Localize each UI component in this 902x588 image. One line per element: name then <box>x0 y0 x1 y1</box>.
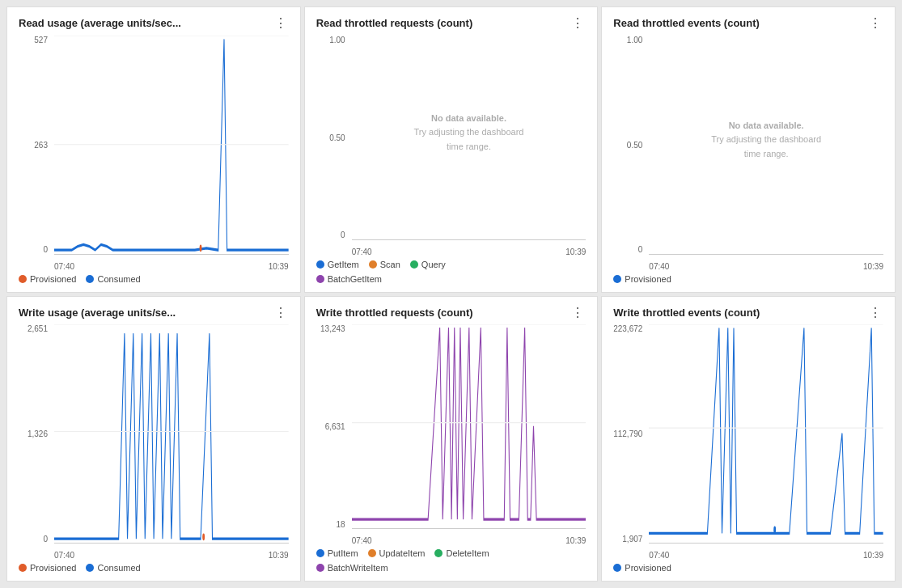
legend-color <box>316 260 324 269</box>
y-axis-labels: 1.000.500 <box>613 36 646 255</box>
x-label: 10:39 <box>863 551 883 560</box>
x-label: 07:40 <box>352 247 372 256</box>
legend-color <box>19 564 27 572</box>
chart-legend: ProvisionedConsumed <box>19 274 289 284</box>
card-menu-button[interactable]: ⋮ <box>867 307 883 319</box>
x-label: 10:39 <box>565 536 586 545</box>
y-label: 18 <box>337 520 345 529</box>
legend-color <box>368 549 376 557</box>
svg-point-0 <box>200 244 202 252</box>
legend-item: PutItem <box>316 548 358 558</box>
legend-label: Scan <box>380 260 400 269</box>
x-label: 07:40 <box>649 551 669 560</box>
x-axis-labels: 07:4010:39 <box>352 246 587 256</box>
x-label: 07:40 <box>352 536 372 545</box>
y-axis-labels: 223,672112,7901,907 <box>613 324 646 544</box>
y-axis-labels: 13,2436,63118 <box>316 324 349 529</box>
y-label: 527 <box>34 36 48 44</box>
card-menu-button[interactable]: ⋮ <box>273 17 289 30</box>
legend-label: BatchGetItem <box>328 274 382 284</box>
x-label: 10:39 <box>863 262 883 271</box>
card-title: Read throttled events (count) <box>613 17 760 31</box>
y-label: 0.50 <box>627 141 642 150</box>
legend-color <box>86 564 94 572</box>
legend-color <box>316 275 324 283</box>
y-label: 1.00 <box>627 36 642 44</box>
x-axis-labels: 07:4010:39 <box>649 549 883 560</box>
legend-label: Consumed <box>97 274 140 284</box>
card-menu-button[interactable]: ⋮ <box>867 17 883 30</box>
y-label: 263 <box>34 141 48 150</box>
legend-label: BatchWriteItem <box>328 563 388 573</box>
chart-plot <box>54 36 289 255</box>
x-label: 10:39 <box>269 262 289 271</box>
chart-svg <box>649 324 883 543</box>
y-label: 1.00 <box>329 36 345 44</box>
card-menu-button[interactable]: ⋮ <box>570 17 586 30</box>
chart-plot: No data available.Try adjusting the dash… <box>649 36 883 255</box>
y-label: 0 <box>43 535 48 544</box>
legend-color <box>410 260 418 269</box>
y-axis-labels: 2,6511,3260 <box>19 324 51 544</box>
legend-item: DeleteItem <box>434 548 489 558</box>
legend-item: Query <box>410 260 446 269</box>
chart-legend: Provisioned <box>613 274 883 284</box>
legend-label: Provisioned <box>30 274 76 284</box>
x-label: 07:40 <box>54 551 74 560</box>
x-axis-labels: 07:4010:39 <box>352 535 587 545</box>
legend-item: Consumed <box>86 563 140 573</box>
legend-label: Provisioned <box>625 563 671 573</box>
card-menu-button[interactable]: ⋮ <box>273 307 289 319</box>
legend-color <box>316 549 324 557</box>
y-label: 223,672 <box>613 324 642 333</box>
legend-color <box>613 564 621 572</box>
chart-legend: PutItemUpdateItemDeleteItemBatchWriteIte… <box>316 548 587 573</box>
legend-color <box>316 564 324 572</box>
y-label: 0 <box>341 231 345 239</box>
card-title: Read throttled requests (count) <box>316 17 473 31</box>
chart-svg <box>54 324 289 543</box>
legend-label: GetItem <box>328 260 359 269</box>
card-menu-button[interactable]: ⋮ <box>570 307 586 319</box>
legend-label: Query <box>421 260 446 269</box>
card-title: Read usage (average units/sec... <box>19 17 181 31</box>
legend-label: Provisioned <box>625 274 671 284</box>
y-label: 112,790 <box>613 429 642 438</box>
card-title: Write usage (average units/se... <box>19 307 176 320</box>
card-write-throttled-requests: Write throttled requests (count)⋮13,2436… <box>304 296 599 582</box>
chart-plot <box>352 324 587 529</box>
chart-legend: ProvisionedConsumed <box>19 563 289 573</box>
dashboard: Read usage (average units/sec...⋮5272630… <box>0 0 902 588</box>
legend-label: Consumed <box>97 563 140 573</box>
legend-item: UpdateItem <box>368 548 426 558</box>
legend-item: Provisioned <box>613 563 671 573</box>
x-label: 10:39 <box>269 551 289 560</box>
x-label: 10:39 <box>565 247 586 256</box>
card-title: Write throttled events (count) <box>613 307 760 320</box>
no-data-message: No data available.Try adjusting the dash… <box>708 119 825 162</box>
legend-color <box>369 260 377 269</box>
legend-label: UpdateItem <box>379 548 426 558</box>
legend-item: Consumed <box>86 274 140 284</box>
x-label: 07:40 <box>54 262 74 271</box>
y-label: 1,907 <box>622 535 642 544</box>
legend-item: BatchWriteItem <box>316 563 388 573</box>
legend-item: BatchGetItem <box>316 274 382 284</box>
y-label: 0 <box>43 245 48 254</box>
legend-item: Provisioned <box>613 274 671 284</box>
x-axis-labels: 07:4010:39 <box>649 260 883 271</box>
chart-svg <box>352 324 587 528</box>
chart-plot <box>649 324 883 544</box>
y-label: 0.50 <box>329 133 345 142</box>
y-label: 13,243 <box>320 324 345 333</box>
svg-point-3 <box>202 534 205 541</box>
chart-svg <box>54 36 289 254</box>
legend-item: Provisioned <box>19 563 76 573</box>
chart-legend: GetItemScanQueryBatchGetItem <box>316 260 587 284</box>
svg-point-8 <box>774 527 777 534</box>
x-axis-labels: 07:4010:39 <box>54 260 289 271</box>
chart-legend: Provisioned <box>613 563 883 573</box>
y-label: 6,631 <box>325 422 345 431</box>
x-label: 07:40 <box>649 262 669 271</box>
card-title: Write throttled requests (count) <box>316 307 473 320</box>
